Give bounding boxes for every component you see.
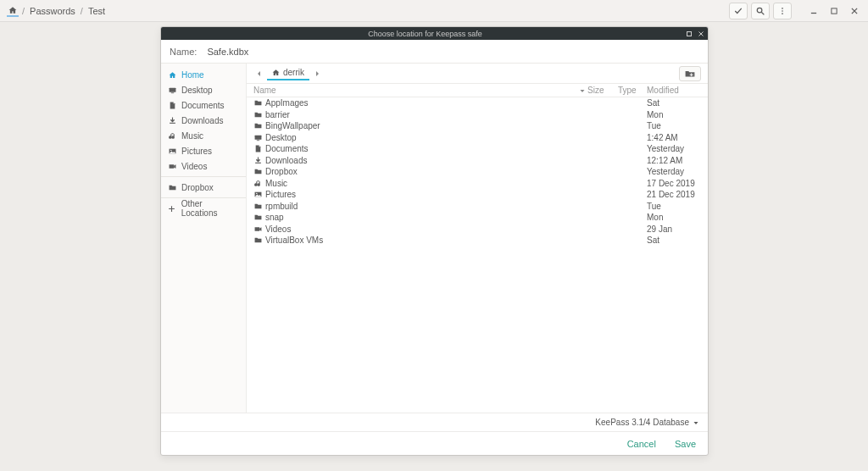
apply-button[interactable] <box>729 3 748 19</box>
col-size[interactable]: Size <box>587 86 618 95</box>
file-row[interactable]: Desktop1:42 AM <box>247 132 708 144</box>
sidebar-separator <box>161 176 246 177</box>
sidebar-item-pictures[interactable]: Pictures <box>161 143 246 158</box>
file-modified: Yesterday <box>647 144 703 153</box>
file-row[interactable]: barrierMon <box>247 109 708 121</box>
svg-rect-13 <box>169 164 174 169</box>
breadcrumb-item[interactable]: Passwords <box>28 5 77 17</box>
home-icon <box>272 69 280 76</box>
file-name: snap <box>264 213 587 222</box>
save-button[interactable]: Save <box>675 439 696 449</box>
minimize-window-button[interactable] <box>805 3 822 19</box>
sidebar-item-downloads[interactable]: Downloads <box>161 113 246 128</box>
sidebar-item-music[interactable]: Music <box>161 128 246 143</box>
music-icon <box>252 180 264 187</box>
dialog-titlebar[interactable]: Choose location for Keepass safe <box>161 27 708 40</box>
pictures-icon <box>252 191 264 198</box>
download-icon <box>168 117 176 125</box>
file-name: Videos <box>264 224 587 234</box>
svg-rect-21 <box>254 227 259 231</box>
file-type-filter[interactable]: KeePass 3.1/4 Database <box>595 418 689 427</box>
filename-input[interactable] <box>205 46 699 58</box>
sidebar-item-other-locations[interactable]: Other Locations <box>161 201 246 216</box>
svg-rect-17 <box>256 140 259 141</box>
file-row[interactable]: rpmbuildTue <box>247 201 708 213</box>
file-name: Downloads <box>264 156 587 165</box>
dialog-maximize-icon[interactable] <box>686 30 693 37</box>
file-modified: Tue <box>647 202 703 211</box>
home-icon[interactable] <box>7 5 19 17</box>
file-name: Desktop <box>264 133 587 142</box>
sidebar-separator <box>161 197 246 198</box>
file-name: AppImages <box>264 98 587 108</box>
col-modified[interactable]: Modified <box>647 86 703 95</box>
sidebar-item-home[interactable]: Home <box>161 67 246 82</box>
chevron-down-icon[interactable] <box>693 419 699 426</box>
svg-point-20 <box>256 193 257 194</box>
file-modified: Sat <box>647 236 703 245</box>
file-row[interactable]: VirtualBox VMsSat <box>247 235 708 247</box>
col-type[interactable]: Type <box>618 86 647 95</box>
svg-rect-5 <box>811 12 816 13</box>
file-name: Documents <box>264 144 587 153</box>
file-row[interactable]: DocumentsYesterday <box>247 143 708 155</box>
file-name: Pictures <box>264 190 587 199</box>
svg-rect-10 <box>170 122 175 123</box>
file-row[interactable]: Music17 Dec 2019 <box>247 178 708 190</box>
file-modified: Tue <box>647 121 703 130</box>
path-back-button[interactable] <box>253 67 265 80</box>
file-row[interactable]: DropboxYesterday <box>247 166 708 178</box>
sidebar-item-label: Other Locations <box>181 199 239 218</box>
col-name[interactable]: Name <box>252 86 577 95</box>
file-row[interactable]: Videos29 Jan <box>247 224 708 236</box>
path-forward-button[interactable] <box>311 67 323 80</box>
svg-point-0 <box>757 8 762 13</box>
desktop-icon <box>252 134 264 141</box>
folder-icon <box>252 236 264 244</box>
sidebar-item-videos[interactable]: Videos <box>161 158 246 174</box>
file-modified: 1:42 AM <box>647 133 703 142</box>
dialog-actions: Cancel Save <box>161 431 708 455</box>
maximize-window-button[interactable] <box>826 3 843 19</box>
path-segment-home[interactable]: derrik <box>267 66 309 80</box>
filename-bar: Name: <box>161 40 708 64</box>
sidebar-item-label: Home <box>181 70 204 80</box>
cancel-button[interactable]: Cancel <box>627 439 656 449</box>
menu-button[interactable] <box>773 3 792 19</box>
file-row[interactable]: BingWallpaperTue <box>247 120 708 132</box>
file-row[interactable]: snapMon <box>247 212 708 224</box>
file-row[interactable]: Pictures21 Dec 2019 <box>247 189 708 201</box>
filter-bar: KeePass 3.1/4 Database <box>161 413 708 431</box>
document-icon <box>252 145 264 152</box>
file-modified: Mon <box>647 110 703 119</box>
filename-label: Name: <box>170 47 197 57</box>
sidebar-item-dropbox[interactable]: Dropbox <box>161 180 246 195</box>
desktop-icon <box>168 86 176 94</box>
svg-rect-15 <box>690 74 693 75</box>
sidebar-item-desktop[interactable]: Desktop <box>161 82 246 97</box>
path-segment-label: derrik <box>283 68 304 77</box>
file-list[interactable]: AppImagesSatbarrierMonBingWallpaperTueDe… <box>247 97 708 413</box>
search-button[interactable] <box>751 3 770 19</box>
file-panel: derrik Name Size Type Modified <box>247 64 708 413</box>
new-folder-button[interactable] <box>679 66 701 81</box>
dialog-close-icon[interactable] <box>698 30 704 37</box>
file-list-header: Name Size Type Modified <box>247 84 708 97</box>
sidebar-item-label: Pictures <box>181 147 212 156</box>
breadcrumb-item[interactable]: Test <box>86 5 107 17</box>
file-modified: Sat <box>647 98 703 108</box>
file-row[interactable]: AppImagesSat <box>247 97 708 109</box>
svg-rect-16 <box>254 135 261 139</box>
dialog-title: Choose location for Keepass safe <box>164 30 686 38</box>
places-sidebar: HomeDesktopDocumentsDownloadsMusicPictur… <box>161 64 247 413</box>
videos-icon <box>168 163 176 170</box>
svg-rect-7 <box>687 31 692 36</box>
folder-icon <box>252 122 264 130</box>
sort-indicator-icon[interactable] <box>577 87 587 94</box>
sidebar-item-documents[interactable]: Documents <box>161 97 246 113</box>
app-headerbar: / Passwords / Test <box>0 0 868 22</box>
file-row[interactable]: Downloads12:12 AM <box>247 155 708 167</box>
document-icon <box>168 102 176 109</box>
svg-line-1 <box>761 12 764 14</box>
close-window-button[interactable] <box>846 3 863 19</box>
